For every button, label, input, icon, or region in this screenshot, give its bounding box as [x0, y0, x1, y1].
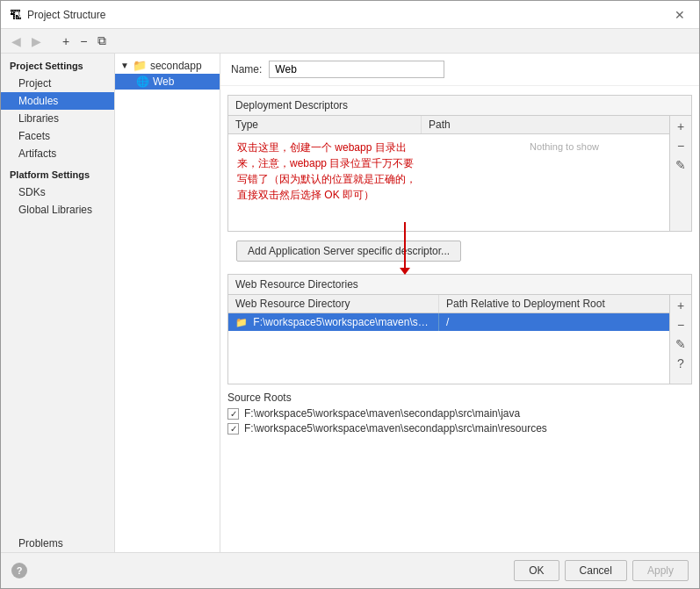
cancel-button[interactable]: Cancel [565, 560, 627, 581]
web-resource-section: Web Resource Directories Web Resource Di… [227, 274, 692, 384]
sidebar-item-artifacts[interactable]: Artifacts [1, 145, 114, 162]
window-title: Project Structure [27, 9, 105, 21]
tree-item-secondapp[interactable]: ▼ 📁 secondapp [115, 57, 220, 74]
web-icon: 🌐 [136, 75, 149, 88]
source-root-1-checkbox[interactable]: ✓ [227, 408, 239, 420]
wr-remove-btn[interactable]: − [672, 316, 689, 334]
add-descriptor-button[interactable]: Add Application Server specific descript… [236, 241, 461, 262]
deployment-table-header: Type Path [228, 116, 669, 134]
title-bar-left: 🏗 Project Structure [10, 8, 105, 22]
tree-item-web[interactable]: 🌐 Web [115, 74, 220, 90]
chevron-down-icon: ▼ [120, 61, 129, 70]
wr-row-1[interactable]: 📁 F:\workspace5\workspace\maven\secc... … [228, 313, 669, 331]
add-descriptor-container: Add Application Server specific descript… [227, 235, 692, 267]
wr-add-btn[interactable]: + [672, 297, 689, 314]
wr-side-buttons: + − ✎ ? [669, 295, 691, 384]
web-resource-table-wrapper: Web Resource Directory Path Relative to … [228, 295, 691, 384]
annotation-overlay: 双击这里，创建一个 webapp 目录出来，注意，webapp 目录位置千万不要… [228, 134, 669, 231]
col-path-header: Path [422, 116, 669, 133]
folder-small-icon: 📁 [235, 317, 248, 327]
wr-help-btn[interactable]: ? [672, 355, 689, 372]
sidebar-item-modules[interactable]: Modules [1, 92, 114, 110]
deployment-section-header: Deployment Descriptors [228, 96, 691, 116]
apply-button[interactable]: Apply [632, 560, 689, 581]
name-row: Name: [220, 54, 699, 86]
sidebar-item-facets[interactable]: Facets [1, 127, 114, 145]
col-type-header: Type [228, 116, 422, 133]
source-root-2-checkbox[interactable]: ✓ [227, 423, 239, 435]
wr-path-cell: / [439, 313, 669, 331]
deployment-remove-btn[interactable]: − [672, 137, 689, 154]
web-resource-header: Web Resource Directories [228, 275, 691, 295]
col-rel-header: Path Relative to Deployment Root [439, 295, 669, 312]
sidebar-item-problems[interactable]: Problems [1, 535, 114, 552]
folder-icon: 📁 [133, 59, 147, 72]
deployment-descriptors-section: Deployment Descriptors Type Path [227, 95, 692, 232]
annotation-text: 双击这里，创建一个 webapp 目录出来，注意，webapp 目录位置千万不要… [228, 134, 425, 208]
deployment-table-wrapper: Type Path 双击这里，创建一个 webapp 目录出来，注意，webap… [228, 116, 691, 231]
toolbar: ◀ ▶ + − ⧉ [1, 29, 699, 54]
window-icon: 🏗 [10, 8, 22, 22]
wr-table-header: Web Resource Directory Path Relative to … [228, 295, 669, 313]
name-input[interactable] [269, 61, 444, 78]
bottom-bar: ? OK Cancel Apply [1, 552, 699, 588]
add-button[interactable]: + [59, 32, 73, 50]
deployment-add-btn[interactable]: + [672, 118, 689, 135]
sidebar-item-libraries[interactable]: Libraries [1, 110, 114, 127]
source-roots-label: Source Roots [227, 391, 692, 404]
wr-empty-space [228, 331, 669, 384]
sidebar-item-global-libraries[interactable]: Global Libraries [1, 201, 114, 219]
main-content: Project Settings Project Modules Librari… [1, 54, 699, 552]
sidebar-item-project[interactable]: Project [1, 75, 114, 92]
name-label: Name: [231, 63, 262, 75]
sidebar-item-sdks[interactable]: SDKs [1, 183, 114, 201]
source-root-2: ✓ F:\workspace5\workspace\maven\secondap… [227, 422, 692, 435]
tree-child-label: Web [153, 75, 174, 88]
close-button[interactable]: ✕ [669, 6, 690, 24]
source-root-1: ✓ F:\workspace5\workspace\maven\secondap… [227, 407, 692, 420]
right-panel: Name: Deployment Descriptors Type Path [220, 54, 699, 552]
wr-dir-value: F:\workspace5\workspace\maven\secc... [253, 316, 439, 328]
source-root-2-path: F:\workspace5\workspace\maven\secondapp\… [244, 422, 547, 435]
deployment-side-buttons: + − ✎ [669, 116, 691, 231]
help-button[interactable]: ? [11, 563, 27, 578]
title-bar: 🏗 Project Structure ✕ [1, 1, 699, 29]
remove-button[interactable]: − [76, 32, 90, 50]
col-wrd-header: Web Resource Directory [228, 295, 439, 312]
bottom-left: ? [11, 563, 27, 578]
bottom-buttons: OK Cancel Apply [514, 560, 689, 581]
project-settings-label: Project Settings [1, 54, 114, 75]
panel-scroll: Deployment Descriptors Type Path [220, 86, 699, 552]
deployment-table-body: 双击这里，创建一个 webapp 目录出来，注意，webapp 目录位置千万不要… [228, 134, 669, 231]
wr-edit-btn[interactable]: ✎ [672, 335, 689, 353]
sidebar: Project Settings Project Modules Librari… [1, 54, 115, 552]
wr-table-body: 📁 F:\workspace5\workspace\maven\secc... … [228, 313, 669, 384]
deployment-edit-btn[interactable]: ✎ [672, 156, 689, 174]
tree-item-label: secondapp [150, 60, 202, 72]
no-data-hint: Nothing to show [530, 141, 599, 152]
source-root-1-path: F:\workspace5\workspace\maven\secondapp\… [244, 407, 520, 420]
copy-button[interactable]: ⧉ [94, 32, 110, 50]
arrow-head [400, 268, 410, 275]
platform-settings-label: Platform Settings [1, 162, 114, 183]
ok-button[interactable]: OK [514, 560, 559, 581]
back-button[interactable]: ◀ [8, 32, 25, 50]
web-resource-table: Web Resource Directory Path Relative to … [228, 295, 669, 384]
wr-dir-cell: 📁 F:\workspace5\workspace\maven\secc... [228, 313, 439, 331]
project-structure-dialog: 🏗 Project Structure ✕ ◀ ▶ + − ⧉ Project … [0, 0, 700, 589]
forward-button[interactable]: ▶ [28, 32, 45, 50]
source-roots-section: Source Roots ✓ F:\workspace5\workspace\m… [227, 391, 692, 435]
deployment-table: Type Path 双击这里，创建一个 webapp 目录出来，注意，webap… [228, 116, 669, 231]
